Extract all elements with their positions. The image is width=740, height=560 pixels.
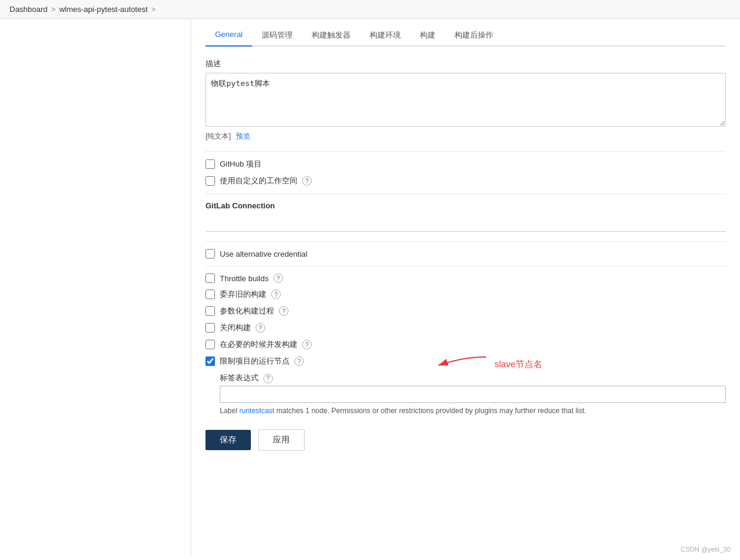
restrict-node-row: 限制项目的运行节点 ? slave节点名 xyxy=(205,356,726,367)
tab-source[interactable]: 源码管理 xyxy=(252,25,302,47)
parameterize-checkbox[interactable] xyxy=(205,306,215,316)
concurrent-build-checkbox[interactable] xyxy=(205,340,215,349)
breadcrumb-dashboard[interactable]: Dashboard xyxy=(10,5,48,14)
breadcrumb: Dashboard > wlmes-api-pytest-autotest > xyxy=(0,0,740,19)
restrict-node-help-icon[interactable]: ? xyxy=(294,356,304,366)
restrict-node-section: 限制项目的运行节点 ? slave节点名 xyxy=(205,356,726,415)
alt-credential-checkbox[interactable] xyxy=(205,249,215,259)
parameterize-label: 参数化构建过程 xyxy=(220,306,274,316)
label-input-wrap: runtestcast xyxy=(220,386,726,403)
throttle-builds-help-icon[interactable]: ? xyxy=(274,273,283,283)
annotation-arrow-container: slave节点名 xyxy=(432,353,542,375)
label-expr-input[interactable]: runtestcast xyxy=(220,386,726,403)
parameterize-help-icon[interactable]: ? xyxy=(279,306,288,316)
label-match-highlight: runtestcast xyxy=(239,407,277,415)
sidebar xyxy=(0,19,191,557)
alt-credential-label: Use alternative credential xyxy=(220,250,308,259)
parameterize-row: 参数化构建过程 ? xyxy=(205,306,726,316)
breadcrumb-sep2: > xyxy=(151,5,156,14)
tab-post-build[interactable]: 构建后操作 xyxy=(445,25,503,47)
description-label: 描述 xyxy=(205,59,726,69)
disable-build-checkbox[interactable] xyxy=(205,323,215,333)
gitlab-connection-label: GitLab Connection xyxy=(205,201,726,210)
concurrent-build-row: 在必要的时候并发构建 ? xyxy=(205,339,726,350)
button-row: 保存 应用 xyxy=(205,429,726,451)
label-expr-label: 标签表达式 ? xyxy=(220,373,726,383)
throttle-builds-checkbox[interactable] xyxy=(205,273,215,283)
disable-build-row: 关闭构建 ? xyxy=(205,322,726,333)
gitlab-connection-input[interactable] xyxy=(205,215,726,232)
custom-workspace-checkbox[interactable] xyxy=(205,176,215,186)
github-project-checkbox[interactable] xyxy=(205,159,215,169)
save-button[interactable]: 保存 xyxy=(205,430,251,450)
concurrent-build-label: 在必要的时候并发构建 xyxy=(220,339,297,350)
breadcrumb-sep1: > xyxy=(51,5,56,14)
disable-build-help-icon[interactable]: ? xyxy=(256,323,265,333)
discard-old-help-icon[interactable]: ? xyxy=(271,290,281,299)
label-match-text: Label runtestcast matches 1 node. Permis… xyxy=(220,407,726,415)
throttle-builds-label: Throttle builds xyxy=(220,274,269,283)
breadcrumb-project[interactable]: wlmes-api-pytest-autotest xyxy=(59,5,148,14)
main-content: General 源码管理 构建触发器 构建环境 构建 构建后操作 描述 物联py… xyxy=(191,19,740,557)
tab-build[interactable]: 构建 xyxy=(410,25,445,47)
alt-credential-row: Use alternative credential xyxy=(205,249,726,259)
tab-env[interactable]: 构建环境 xyxy=(360,25,410,47)
disable-build-label: 关闭构建 xyxy=(220,322,251,333)
tab-triggers[interactable]: 构建触发器 xyxy=(302,25,360,47)
custom-workspace-row: 使用自定义的工作空间 ? xyxy=(205,176,726,186)
throttle-builds-row: Throttle builds ? xyxy=(205,273,726,283)
tab-general[interactable]: General xyxy=(205,25,252,47)
annotation-text: slave节点名 xyxy=(495,359,542,370)
github-project-row: GitHub 项目 xyxy=(205,159,726,170)
discard-old-row: 委弃旧的构建 ? xyxy=(205,289,726,300)
plain-text-label: [纯文本] xyxy=(205,132,231,140)
restrict-node-label: 限制项目的运行节点 xyxy=(220,356,290,367)
concurrent-build-help-icon[interactable]: ? xyxy=(302,340,312,349)
preview-link[interactable]: 预览 xyxy=(236,132,250,140)
restrict-node-checkbox[interactable] xyxy=(205,356,215,366)
apply-button[interactable]: 应用 xyxy=(258,429,305,451)
github-project-label: GitHub 项目 xyxy=(220,159,262,170)
annotation-arrow-svg xyxy=(432,353,492,375)
gitlab-connection-section: GitLab Connection xyxy=(205,201,726,232)
custom-workspace-label: 使用自定义的工作空间 xyxy=(220,176,297,186)
label-expression-section: 标签表达式 ? runtestcast Label runtestcast ma… xyxy=(220,373,726,415)
tab-bar: General 源码管理 构建触发器 构建环境 构建 构建后操作 xyxy=(205,19,726,47)
description-input[interactable]: 物联pytest脚本 xyxy=(205,73,726,127)
custom-workspace-help-icon[interactable]: ? xyxy=(302,176,312,186)
label-expr-help-icon[interactable]: ? xyxy=(263,374,273,383)
discard-old-label: 委弃旧的构建 xyxy=(220,289,266,300)
footer-credit: CSDN @yeki_30 xyxy=(681,546,730,553)
discard-old-checkbox[interactable] xyxy=(205,290,215,299)
description-section: 描述 物联pytest脚本 [纯文本] 预览 xyxy=(205,59,726,141)
